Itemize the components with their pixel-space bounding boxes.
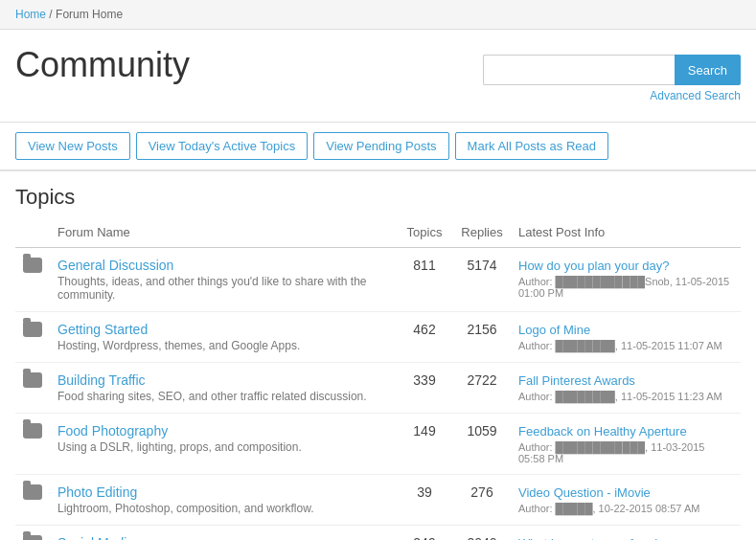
forum-name-cell: Food PhotographyUsing a DSLR, lighting, …	[50, 414, 396, 475]
latest-post-link[interactable]: Feedback on Healthy Aperture	[518, 424, 687, 439]
forum-name-link[interactable]: Social Media	[57, 535, 134, 540]
table-row: Building TrafficFood sharing sites, SEO,…	[15, 363, 741, 414]
replies-count: 1059	[453, 414, 511, 475]
page-title: Community	[15, 45, 190, 85]
forum-name-cell: Photo EditingLightroom, Photoshop, compo…	[50, 475, 396, 526]
col-topics-header: Topics	[396, 219, 453, 248]
view-new-posts-button[interactable]: View New Posts	[15, 132, 130, 160]
topics-count: 462	[396, 312, 453, 363]
replies-count: 2040	[453, 526, 511, 541]
latest-post-author: Author: ████████, 11-05-2015 11:23 AM	[518, 391, 733, 402]
latest-post-link[interactable]: Logo of Mine	[518, 323, 590, 337]
view-todays-topics-button[interactable]: View Today's Active Topics	[136, 132, 309, 160]
folder-icon	[23, 372, 42, 388]
forum-name-link[interactable]: Photo Editing	[57, 484, 137, 500]
folder-icon-cell	[15, 414, 50, 475]
breadcrumb-separator: /	[49, 8, 52, 21]
latest-post-link[interactable]: Fall Pinterest Awards	[518, 373, 635, 388]
forum-name-link[interactable]: Building Traffic	[57, 372, 146, 388]
forum-name-cell: Building TrafficFood sharing sites, SEO,…	[50, 363, 396, 414]
topics-count: 149	[396, 414, 453, 475]
col-latest-header: Latest Post Info	[511, 219, 741, 248]
latest-post-link[interactable]: Video Question - iMovie	[518, 485, 651, 500]
folder-icon-cell	[15, 312, 50, 363]
folder-icon-cell	[15, 526, 50, 541]
replies-count: 2722	[453, 363, 511, 414]
latest-post-link[interactable]: How do you plan your day?	[518, 259, 670, 273]
latest-post-author: Author: ████████████Snob, 11-05-2015 01:…	[518, 276, 733, 299]
forum-desc: Thoughts, ideas, and other things you'd …	[57, 275, 388, 302]
latest-post-author: Author: ████████████, 11-03-2015 05:58 P…	[518, 441, 733, 464]
latest-post-cell: Logo of MineAuthor: ████████, 11-05-2015…	[511, 312, 741, 363]
folder-icon	[23, 535, 42, 540]
forum-desc: Hosting, Wordpress, themes, and Google A…	[57, 339, 388, 352]
breadcrumb: Home / Forum Home	[0, 0, 756, 30]
latest-post-author: Author: ████████, 11-05-2015 11:07 AM	[518, 340, 733, 351]
search-area: Search Advanced Search	[483, 55, 741, 102]
latest-post-cell: Video Question - iMovieAuthor: █████, 10…	[511, 475, 741, 526]
latest-post-cell: What is your top performing group board …	[511, 526, 741, 541]
folder-icon	[23, 258, 42, 273]
replies-count: 2156	[453, 312, 511, 363]
search-button[interactable]: Search	[675, 55, 741, 85]
forum-desc: Lightroom, Photoshop, composition, and w…	[57, 502, 388, 515]
latest-post-link[interactable]: What is your top performing group board …	[518, 536, 707, 540]
col-icon-header	[15, 219, 50, 248]
forum-desc: Food sharing sites, SEO, and other traff…	[57, 390, 388, 403]
replies-count: 276	[453, 475, 511, 526]
folder-icon	[23, 322, 42, 337]
header: Community Search Advanced Search	[0, 30, 756, 123]
search-row: Search	[483, 55, 741, 85]
forum-desc: Using a DSLR, lighting, props, and compo…	[57, 440, 388, 454]
col-replies-header: Replies	[453, 219, 511, 248]
table-row: General DiscussionThoughts, ideas, and o…	[15, 248, 741, 312]
replies-count: 5174	[453, 248, 511, 312]
table-row: Food PhotographyUsing a DSLR, lighting, …	[15, 414, 741, 475]
topics-count: 249	[396, 526, 453, 541]
topics-section: Topics Forum Name Topics Replies Latest …	[0, 171, 756, 540]
folder-icon	[23, 423, 42, 439]
forum-name-cell: General DiscussionThoughts, ideas, and o…	[50, 248, 396, 312]
action-bar: View New Posts View Today's Active Topic…	[0, 123, 756, 171]
latest-post-cell: Fall Pinterest AwardsAuthor: ████████, 1…	[511, 363, 741, 414]
latest-post-cell: Feedback on Healthy ApertureAuthor: ████…	[511, 414, 741, 475]
latest-post-author: Author: █████, 10-22-2015 08:57 AM	[518, 503, 733, 514]
folder-icon-cell	[15, 475, 50, 526]
breadcrumb-home[interactable]: Home	[15, 8, 46, 21]
forum-name-cell: Getting StartedHosting, Wordpress, theme…	[50, 312, 396, 363]
topics-count: 811	[396, 248, 453, 312]
topics-count: 339	[396, 363, 453, 414]
latest-post-cell: How do you plan your day?Author: ███████…	[511, 248, 741, 312]
view-pending-posts-button[interactable]: View Pending Posts	[313, 132, 448, 160]
folder-icon	[23, 484, 42, 500]
col-forum-name-header: Forum Name	[50, 219, 396, 248]
topics-count: 39	[396, 475, 453, 526]
forum-name-link[interactable]: Food Photography	[57, 423, 168, 439]
folder-icon-cell	[15, 248, 50, 312]
mark-all-read-button[interactable]: Mark All Posts as Read	[455, 132, 608, 160]
table-row: Social MediaAll things social media.2492…	[15, 526, 741, 541]
forum-table: Forum Name Topics Replies Latest Post In…	[15, 219, 741, 540]
advanced-search-link[interactable]: Advanced Search	[650, 89, 741, 102]
search-input[interactable]	[483, 55, 675, 85]
table-header-row: Forum Name Topics Replies Latest Post In…	[15, 219, 741, 248]
forum-name-link[interactable]: Getting Started	[57, 322, 148, 337]
forum-name-link[interactable]: General Discussion	[57, 258, 173, 273]
topics-heading: Topics	[15, 171, 741, 219]
forum-name-cell: Social MediaAll things social media.	[50, 526, 396, 541]
table-row: Photo EditingLightroom, Photoshop, compo…	[15, 475, 741, 526]
folder-icon-cell	[15, 363, 50, 414]
breadcrumb-current: Forum Home	[56, 8, 123, 21]
table-row: Getting StartedHosting, Wordpress, theme…	[15, 312, 741, 363]
